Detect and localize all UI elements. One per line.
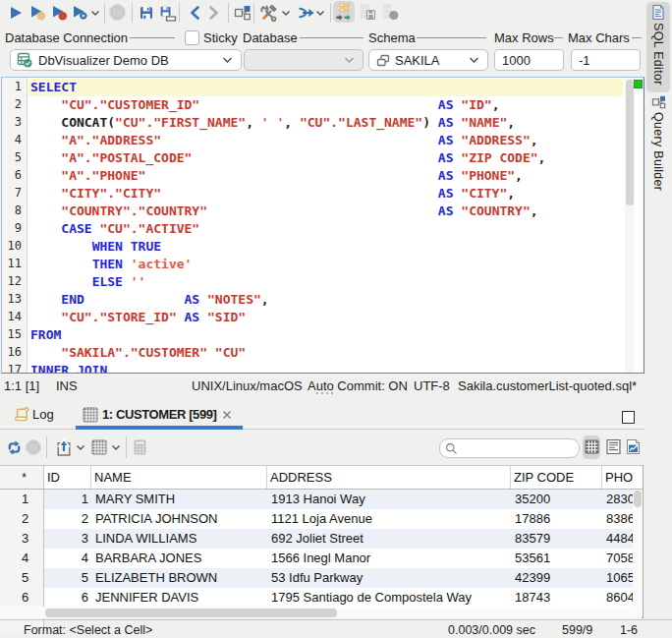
column-header[interactable]: NAME [91, 466, 267, 489]
table-cell-id[interactable]: 6 [44, 588, 91, 608]
maximize-panel-icon[interactable] [622, 411, 635, 424]
code-line[interactable]: "CU"."CUSTOMER_ID" AS "ID", [30, 96, 545, 114]
execute-buffer-icon[interactable] [51, 5, 68, 21]
code-line[interactable]: "CITY"."CITY" AS "CITY", [30, 185, 545, 203]
code-line[interactable]: "A"."POSTAL_CODE" AS "ZIP CODE", [30, 149, 545, 167]
tab-close-icon[interactable] [222, 410, 232, 420]
text-view-icon[interactable] [606, 439, 621, 454]
column-header[interactable]: ZIP CODE [511, 466, 602, 489]
schema-select[interactable]: SAKILA [368, 49, 488, 71]
max-rows-input[interactable]: 1000 [494, 49, 564, 71]
row-number[interactable]: 5 [3, 568, 47, 588]
row-number[interactable]: 6 [3, 588, 47, 608]
table-cell-zip[interactable]: 18743 [511, 588, 602, 608]
row-number[interactable]: 2 [3, 509, 47, 529]
code-line[interactable]: ELSE '' [30, 273, 545, 291]
execute-icon[interactable] [8, 5, 24, 21]
execute-current-icon[interactable] [29, 5, 46, 21]
execute-explain-icon[interactable] [72, 5, 88, 21]
column-header[interactable]: ID [44, 466, 91, 489]
code-line[interactable]: THEN 'active' [30, 256, 545, 273]
table-cell-phone[interactable]: 28303384290 [602, 490, 634, 509]
export-icon[interactable] [56, 438, 72, 456]
table-cell-phone[interactable]: 860452626434 [602, 588, 634, 608]
code-line[interactable]: "COUNTRY"."COUNTRY" AS "COUNTRY", [30, 203, 545, 220]
table-cell-address[interactable]: 1795 Santiago de Compostela Way [267, 588, 511, 608]
table-cell-phone[interactable]: 838635286649 [602, 509, 634, 529]
code-line[interactable]: FROM [30, 326, 545, 344]
grid-vertical-scrollbar[interactable] [633, 490, 643, 607]
column-header[interactable]: * [0, 466, 44, 489]
grid-vscrollbar-thumb[interactable] [634, 491, 642, 507]
grid-options-icon[interactable] [91, 439, 107, 455]
code-line[interactable]: "A"."PHONE" AS "PHONE", [30, 167, 545, 185]
tools-icon[interactable] [259, 5, 279, 23]
grid-horizontal-scrollbar[interactable] [44, 607, 642, 618]
table-cell-phone[interactable]: 10655648674 [602, 568, 634, 588]
table-cell-zip[interactable]: 83579 [511, 529, 602, 549]
table-cell-id[interactable]: 5 [44, 568, 91, 588]
table-cell-id[interactable]: 1 [44, 490, 91, 509]
code-line[interactable]: END AS "NOTES", [30, 291, 545, 309]
table-cell-phone[interactable]: 705814003527 [602, 549, 634, 568]
reload-icon[interactable] [7, 440, 22, 455]
code-line[interactable]: INNER JOIN [30, 362, 545, 374]
table-cell-address[interactable]: 1121 Loja Avenue [267, 509, 511, 529]
side-tab-query-builder[interactable]: Query Builder [646, 92, 670, 224]
grid-hscrollbar-thumb[interactable] [45, 609, 337, 617]
grid-search-input[interactable] [439, 438, 580, 458]
table-cell-name[interactable]: MARY SMITH [91, 490, 267, 509]
table-cell-address[interactable]: 692 Joliet Street [267, 529, 511, 549]
table-cell-id[interactable]: 3 [44, 529, 91, 549]
row-number[interactable]: 4 [3, 549, 47, 568]
sticky-checkbox[interactable] [185, 30, 199, 45]
editor-vertical-scrollbar[interactable] [625, 78, 635, 373]
export-chevron-icon[interactable] [76, 444, 85, 451]
back-icon[interactable] [189, 5, 200, 21]
continue-menu-chevron-icon[interactable] [315, 10, 325, 17]
save-as-icon[interactable] [159, 5, 177, 22]
table-cell-name[interactable]: LINDA WILLIAMS [91, 529, 267, 549]
table-cell-address[interactable]: 1913 Hanoi Way [267, 490, 511, 509]
save-icon[interactable] [139, 5, 154, 21]
column-header[interactable]: ADDRESS [267, 466, 511, 489]
code-line[interactable]: CONCAT("CU"."FIRST_NAME", ' ', "CU"."LAS… [30, 114, 545, 132]
table-cell-zip[interactable]: 35200 [511, 490, 602, 509]
table-cell-zip[interactable]: 17886 [511, 509, 602, 529]
code-line[interactable]: "SAKILA"."CUSTOMER" "CU" [30, 344, 545, 362]
table-cell-address[interactable]: 53 Idfu Parkway [267, 568, 511, 588]
grid-options-chevron-icon[interactable] [111, 444, 121, 451]
table-cell-id[interactable]: 2 [44, 509, 91, 529]
splitter-grip[interactable] [316, 392, 333, 394]
chart-view-icon[interactable] [626, 439, 641, 454]
tools-menu-chevron-icon[interactable] [281, 10, 291, 17]
row-number[interactable]: 1 [3, 490, 47, 509]
continue-on-error-icon[interactable] [298, 5, 315, 21]
side-tab-sql-editor[interactable]: SQL Editor [646, 2, 670, 92]
sql-editor[interactable]: 1234567891011121314151617 SELECT "CU"."C… [1, 77, 644, 374]
code-line[interactable]: "A"."ADDRESS" AS "ADDRESS", [30, 132, 545, 149]
table-cell-phone[interactable]: 448477190408 [602, 529, 634, 549]
code-line[interactable]: CASE "CU"."ACTIVE" [30, 220, 545, 238]
row-number[interactable]: 3 [3, 529, 47, 549]
table-cell-name[interactable]: JENNIFER DAVIS [91, 588, 267, 608]
pin-results-icon[interactable] [336, 3, 352, 21]
table-cell-zip[interactable]: 53561 [511, 549, 602, 568]
table-cell-name[interactable]: ELIZABETH BROWN [91, 568, 267, 588]
code-line[interactable]: "CU"."STORE_ID" AS "SID" [30, 309, 545, 326]
table-cell-address[interactable]: 1566 Inegl Manor [267, 549, 511, 568]
grid-view-icon[interactable] [585, 439, 599, 454]
table-cell-name[interactable]: PATRICIA JOHNSON [91, 509, 267, 529]
execute-menu-chevron-icon[interactable] [90, 10, 100, 17]
editor-scrollbar-thumb[interactable] [626, 80, 634, 205]
column-header[interactable]: PHONE [602, 466, 633, 489]
table-cell-id[interactable]: 4 [44, 549, 91, 568]
query-builder-icon[interactable] [234, 5, 252, 22]
max-chars-input[interactable]: -1 [571, 49, 641, 71]
code-line[interactable]: SELECT [30, 79, 545, 96]
editor-code[interactable]: SELECT "CU"."CUSTOMER_ID" AS "ID", CONCA… [30, 79, 545, 374]
connection-select[interactable]: DbVisualizer Demo DB [10, 49, 242, 71]
tab-log-label[interactable]: Log [32, 407, 54, 422]
table-cell-name[interactable]: BARBARA JONES [91, 549, 267, 568]
table-cell-zip[interactable]: 42399 [511, 568, 602, 588]
